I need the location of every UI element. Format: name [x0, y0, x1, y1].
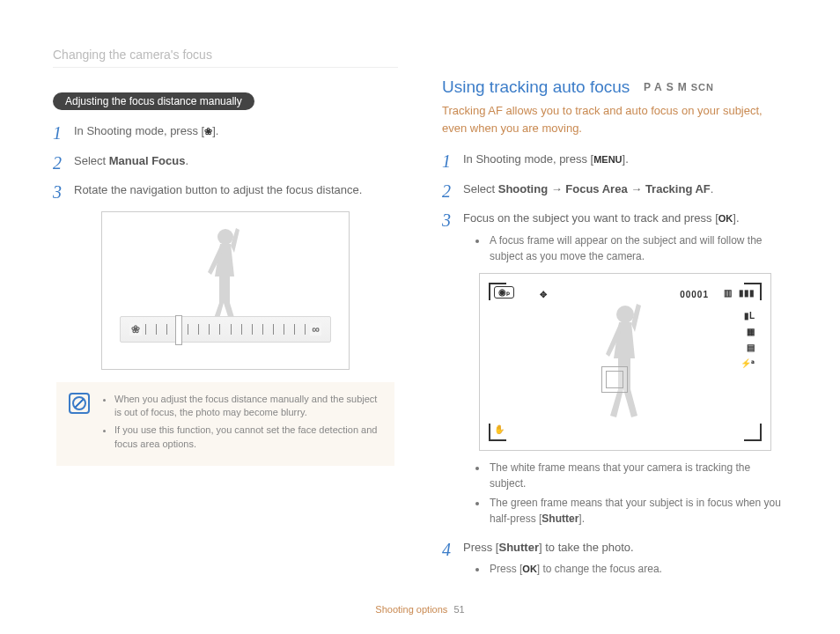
slider-ticks: [145, 324, 306, 335]
macro-icon: ❀: [204, 124, 212, 139]
svg-point-1: [616, 306, 634, 323]
focus-slider: ❀ ∞: [120, 316, 331, 343]
note-item: When you adjust the focus distance manua…: [114, 393, 382, 421]
step-2-left: Select Manual Focus.: [53, 152, 398, 170]
osd-counter: 00001: [680, 288, 709, 301]
step-3-right: Focus on the subject you want to track a…: [442, 210, 787, 527]
menu-icon: MENU: [593, 152, 622, 167]
osd-quality-icon: ▦: [747, 325, 755, 338]
step-4-right: Press [Shutter] to take the photo. Press…: [442, 539, 787, 578]
note-box: When you adjust the focus distance manua…: [56, 382, 394, 467]
tracking-note: The white frame means that your camera i…: [488, 460, 787, 491]
person-silhouette-icon: [102, 212, 349, 369]
osd-battery-icon: ▮▮▮: [739, 286, 755, 299]
figure-focus-slider: ❀ ∞: [101, 211, 350, 370]
svg-point-0: [217, 229, 233, 245]
osd-tracking-icon: ✥: [540, 288, 547, 301]
note-item: If you use this function, you cannot set…: [114, 424, 382, 452]
osd-ois-icon: ✋: [494, 423, 505, 436]
tracking-frame: [601, 366, 628, 393]
heading-tracking-af: Using tracking auto focus PASMSCN: [442, 77, 787, 97]
breadcrumb: Changing the camera's focus: [53, 48, 398, 68]
step-3-left: Rotate the navigation button to adjust t…: [53, 181, 398, 199]
footer-page-number: 51: [453, 604, 464, 615]
step-4-sub: Press [OK] to change the focus area.: [488, 561, 787, 577]
step-2-right: Select Shooting → Focus Area → Tracking …: [442, 181, 787, 198]
figure-tracking-af: ◉ₚ ✥ 00001 ▥ ▮▮▮ ▮L ▦ ▤ ⚡ᵃ ✋: [479, 273, 771, 451]
note-icon: [69, 393, 90, 414]
step-1-right: In Shooting mode, press [MENU].: [442, 151, 787, 168]
footer-section: Shooting options: [375, 604, 447, 615]
slider-handle: [175, 315, 182, 345]
step-1-left: In Shooting mode, press [❀].: [53, 122, 398, 140]
macro-end-icon: ❀: [129, 323, 142, 335]
tracking-note: The green frame means that your subject …: [488, 495, 787, 527]
infinity-end-icon: ∞: [310, 323, 321, 335]
osd-grid-icon: ▤: [747, 341, 755, 354]
ok-icon: OK: [718, 211, 733, 226]
osd-mode-badge: ◉ₚ: [494, 286, 514, 299]
osd-card-icon: ▥: [724, 286, 732, 299]
ok-icon: OK: [522, 562, 537, 577]
intro-text: Tracking AF allows you to track and auto…: [442, 102, 787, 136]
page-footer: Shooting options 51: [0, 604, 840, 615]
osd-flash-icon: ⚡ᵃ: [741, 357, 755, 370]
step-3-sub: A focus frame will appear on the subject…: [488, 232, 787, 264]
mode-indicators: PASMSCN: [644, 81, 714, 93]
section-pill-manual-focus: Adjusting the focus distance manually: [53, 92, 254, 110]
person-silhouette-icon: [489, 283, 762, 441]
osd-size-l-icon: ▮L: [744, 309, 755, 322]
